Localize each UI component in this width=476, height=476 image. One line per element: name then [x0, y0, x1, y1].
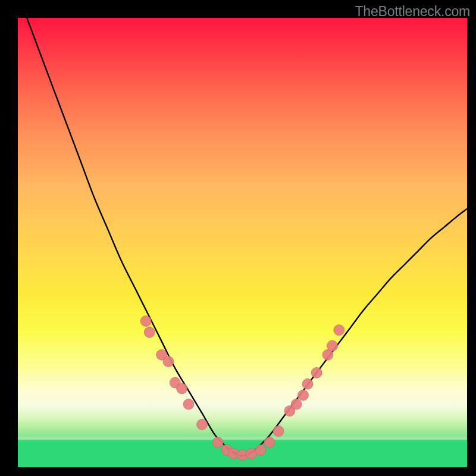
- marker-right-cluster-mid-a: [298, 390, 308, 400]
- marker-right-near-bottom: [273, 426, 284, 437]
- marker-left-near-bottom: [197, 419, 208, 430]
- marker-right-cluster-top-c: [334, 325, 345, 336]
- marker-right-cluster-top-b: [327, 340, 338, 351]
- marker-left-cluster-mid-b: [163, 356, 174, 367]
- chart-stage: TheBottleneck.com: [0, 0, 476, 476]
- marker-right-cluster-mid-b: [302, 378, 313, 389]
- marker-bottom-right-b: [264, 437, 275, 447]
- bottleneck-curve: [27, 18, 467, 456]
- marker-bottom-right-a: [255, 444, 266, 455]
- marker-right-cluster-mid-c: [311, 367, 322, 378]
- marker-left-cluster-top-a: [140, 316, 151, 327]
- data-markers: [140, 316, 345, 461]
- watermark-text: TheBottleneck.com: [355, 4, 470, 20]
- marker-bottom-left-a: [212, 437, 223, 447]
- curve-path: [27, 18, 467, 456]
- chart-svg: [18, 18, 467, 467]
- marker-left-cluster-top-b: [144, 327, 155, 338]
- marker-right-cluster-low-b: [291, 399, 302, 409]
- plot-area: [18, 18, 467, 467]
- marker-left-cluster-low-b: [183, 399, 194, 409]
- marker-left-cluster-low-a: [177, 383, 187, 394]
